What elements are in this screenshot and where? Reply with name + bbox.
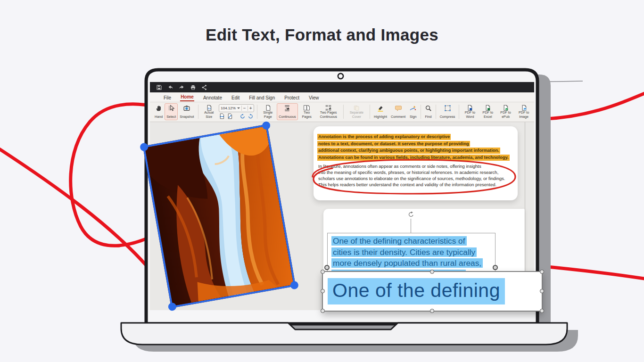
comment-button[interactable]: Comment — [389, 103, 407, 120]
zoom-controls-group: 104.12% − + — [218, 103, 255, 120]
callout-handle[interactable] — [430, 309, 434, 313]
callout-handle[interactable] — [540, 270, 544, 274]
callout-handle[interactable] — [321, 289, 325, 293]
rotate-left-icon[interactable] — [239, 113, 246, 119]
laptop-camera — [338, 74, 343, 79]
pdf-to-word-button[interactable]: PDF to Word — [461, 103, 479, 120]
find-button[interactable]: Find — [423, 103, 434, 120]
callout-selected-text[interactable]: One of the defining — [328, 278, 505, 304]
save-icon[interactable] — [156, 84, 162, 90]
chevron-down-icon — [237, 107, 240, 109]
sign-button[interactable]: Sign — [407, 103, 419, 120]
toolbar-separator — [343, 105, 344, 119]
fit-width-icon[interactable] — [219, 113, 225, 119]
search-icon — [425, 105, 432, 112]
pdf-to-image-icon — [520, 105, 528, 111]
pdf-to-excel-button[interactable]: PDF to Excel — [479, 103, 497, 120]
pdf-to-image-button[interactable]: PDF to Image — [514, 103, 533, 120]
pdf-to-epub-icon — [502, 105, 509, 111]
single-page-button[interactable]: Single Page — [259, 103, 277, 120]
callout-handle[interactable] — [321, 270, 325, 274]
red-ellipse-annotation[interactable] — [308, 156, 520, 197]
menu-home[interactable]: Home — [180, 93, 194, 101]
menu-file[interactable]: File — [163, 94, 172, 101]
actual-size-icon — [206, 105, 213, 111]
callout-handle[interactable] — [540, 309, 544, 313]
zoom-out-button[interactable]: − — [243, 106, 246, 111]
app-titlebar — [150, 82, 534, 92]
snapshot-button[interactable]: Snapshot — [178, 103, 196, 120]
select-tool-button[interactable]: Select — [165, 103, 178, 120]
continuous-button[interactable]: Continuous — [277, 103, 297, 120]
compress-icon — [444, 105, 451, 112]
highlighter-icon — [377, 105, 384, 112]
select-cursor-icon — [168, 105, 175, 112]
comment-bubble-icon — [395, 105, 402, 112]
compress-button[interactable]: Compress — [438, 103, 457, 120]
hand-tool-button[interactable]: Hand — [153, 103, 165, 120]
two-pages-button[interactable]: Two Pages — [298, 103, 316, 120]
continuous-scroll-icon — [283, 105, 291, 112]
zoom-level-value: 104.12% — [221, 106, 236, 110]
toolbar-separator — [459, 105, 459, 119]
pdf-to-word-icon — [466, 105, 473, 111]
toolbar-separator — [370, 105, 370, 119]
two-pages-icon — [303, 105, 311, 111]
actual-size-button[interactable]: Actual Size — [200, 103, 218, 120]
marketing-banner: Edit Text, Format and Images — [0, 0, 644, 362]
menu-protect[interactable]: Protect — [284, 94, 300, 101]
callout-handle[interactable] — [540, 289, 544, 293]
selected-text-line[interactable]: cities is their density. Cities are typi… — [331, 247, 477, 257]
ribbon-toolbar: Hand Select Snapshot — [150, 102, 534, 122]
toolbar-separator — [421, 105, 421, 119]
separate-cover-icon — [353, 105, 360, 111]
menu-bar: File Home Annotate Edit Fill and Sign Pr… — [150, 92, 534, 102]
undo-icon[interactable] — [167, 84, 173, 90]
menu-fill-and-sign[interactable]: Fill and Sign — [248, 94, 275, 101]
print-icon[interactable] — [190, 84, 196, 90]
hand-icon — [155, 105, 162, 112]
pdf-to-excel-icon — [484, 105, 491, 111]
zoom-level-combo[interactable]: 104.12% − + — [219, 104, 254, 112]
rotate-handle-icon[interactable] — [407, 211, 415, 218]
toolbar-separator — [436, 105, 436, 119]
rotate-right-icon[interactable] — [248, 113, 254, 119]
pdf-to-epub-button[interactable]: PDF to ePub — [497, 103, 514, 120]
fit-page-icon[interactable] — [227, 113, 233, 119]
callout-handle[interactable] — [321, 309, 325, 313]
zoom-callout-textbox[interactable]: One of the defining — [322, 271, 543, 312]
toolbar-separator — [198, 105, 198, 119]
selected-text-line[interactable]: One of the defining characteristics of — [331, 236, 467, 246]
two-pages-continuous-button[interactable]: Two Pages Continuous — [316, 103, 341, 120]
two-pages-continuous-icon — [324, 105, 332, 111]
selected-text-line[interactable]: more densely populated than rural areas, — [331, 258, 483, 268]
textbox-resize-handle-right[interactable] — [493, 265, 498, 270]
highlighted-text-line[interactable]: Annotation is the process of adding expl… — [317, 134, 451, 140]
highlighted-text-line[interactable]: notes to a text, document, or dataset. I… — [317, 141, 470, 147]
toolbar-separator — [257, 105, 257, 119]
highlighted-text-line[interactable]: additional context, clarifying ambiguous… — [317, 148, 500, 154]
signature-icon — [409, 105, 417, 112]
separate-cover-button[interactable]: Separate Cover — [345, 103, 368, 120]
redo-icon[interactable] — [179, 84, 185, 90]
callout-handle[interactable] — [430, 270, 434, 274]
rotate-handle-stem — [411, 219, 411, 233]
zoom-in-button[interactable]: + — [249, 106, 252, 111]
textbox-resize-handle-left[interactable] — [324, 265, 330, 270]
menu-view[interactable]: View — [308, 94, 320, 101]
snapshot-camera-icon — [183, 105, 190, 112]
single-page-icon — [264, 105, 272, 111]
menu-annotate[interactable]: Annotate — [203, 94, 223, 101]
menu-edit[interactable]: Edit — [231, 94, 240, 101]
canyon-photo — [145, 126, 293, 306]
share-icon[interactable] — [201, 84, 207, 90]
highlight-button[interactable]: Highlight — [372, 103, 389, 120]
